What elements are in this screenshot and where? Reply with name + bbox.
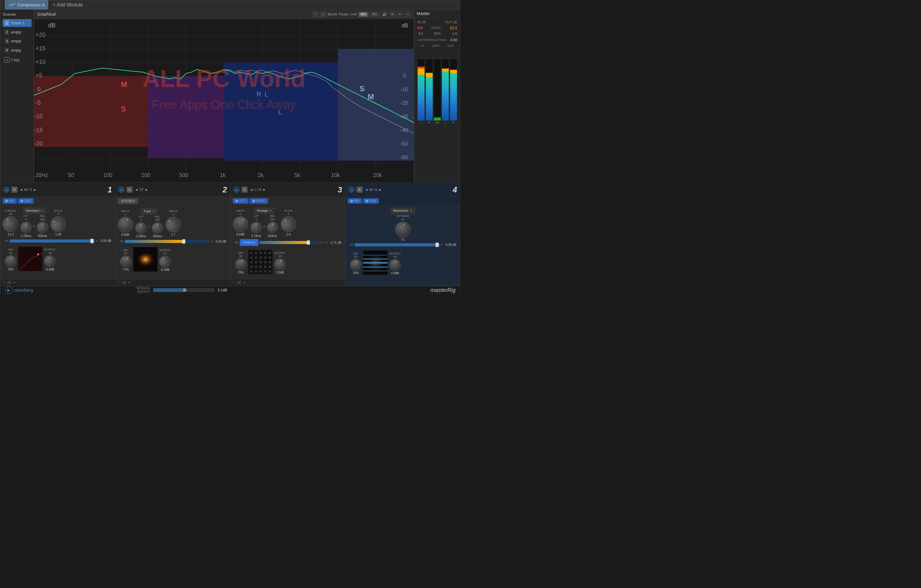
output-knob-3[interactable] xyxy=(273,257,286,271)
sc-power-1[interactable] xyxy=(3,281,6,284)
scene-item-3[interactable]: 3 empty xyxy=(3,37,32,45)
module-4-tab-mid[interactable]: MID xyxy=(348,198,362,204)
settings-icon[interactable]: ⚙ xyxy=(389,11,395,18)
output-knob-2[interactable] xyxy=(157,254,173,269)
module-3-tab-left[interactable]: LEFT xyxy=(233,198,249,204)
module-3-mode: ◄ L / R ► xyxy=(250,188,266,192)
module-4-slider[interactable] xyxy=(355,243,439,246)
module-3-tab-right[interactable]: RIGHT xyxy=(250,198,268,204)
thresh-knob-1[interactable] xyxy=(0,213,21,235)
input-val-2: 3.9dB xyxy=(121,233,129,237)
mix-knob-2[interactable] xyxy=(118,254,133,269)
att-knob-3[interactable] xyxy=(251,222,262,234)
module-1-slider[interactable] xyxy=(10,239,94,243)
mix-knob-3[interactable] xyxy=(233,257,249,272)
abs-button[interactable]: ABS xyxy=(358,12,368,17)
output-knob-1[interactable] xyxy=(43,254,57,268)
limiter-value: 0.00 xyxy=(451,38,457,42)
module-3-power[interactable]: ⏻ xyxy=(234,187,239,193)
module-2-sc-bar: SC ▼ xyxy=(115,279,230,286)
ratio-label-1: RATIO4 xyxy=(54,209,62,216)
module-2-slider[interactable] xyxy=(125,240,209,243)
rel-knob-3[interactable] xyxy=(267,222,278,234)
sc-arrow-2[interactable]: ▼ xyxy=(128,281,130,284)
sc-arrow-3[interactable]: ▼ xyxy=(243,281,246,284)
module-3-type-dropdown[interactable]: Vintage ▼ xyxy=(254,208,274,214)
vu-label-l: L xyxy=(420,121,422,124)
svg-point-105 xyxy=(255,270,257,273)
modules-area: ⏻ S ◄ M / S ► 1 MID SIDE xyxy=(0,182,460,286)
output-knob-4[interactable] xyxy=(387,257,402,272)
drive-knob-2[interactable] xyxy=(163,213,184,235)
ratio-knob-1[interactable] xyxy=(48,213,68,235)
module-2-solo[interactable]: S xyxy=(127,187,132,193)
add-module-button[interactable]: + Add Module xyxy=(53,2,83,8)
mix-knob-4[interactable] xyxy=(348,257,363,272)
module-2-output-group: OUTPUT-15 -6.3dB xyxy=(159,249,171,272)
sc-label-3: SC xyxy=(237,281,242,284)
scene-num-1: 1 xyxy=(4,20,10,26)
play-button[interactable]: ▶ xyxy=(5,286,13,294)
module-1-tab-mid[interactable]: MID xyxy=(3,198,17,204)
plus-button[interactable]: + xyxy=(320,11,326,17)
copy-button[interactable]: ⧉ Copy xyxy=(3,55,32,64)
module-2-tab-stereo[interactable]: STEREO xyxy=(118,198,138,204)
module-1-bottom: MIX50 76% xyxy=(3,244,113,274)
minus-button[interactable]: − xyxy=(312,11,318,17)
input-knob-3[interactable] xyxy=(230,213,251,235)
module-1-power[interactable]: ⏻ xyxy=(3,187,9,193)
module-4: ⏻ S ◄ M / S ► 4 MID SIDE xyxy=(345,183,460,286)
master-panel: Master IN dB OUT dB 0.9 LEVEL 11.1 -9.2 … xyxy=(414,10,460,182)
svg-rect-23 xyxy=(34,76,148,147)
sc-arrow-1[interactable]: ▼ xyxy=(13,281,15,284)
module-4-power[interactable]: ⏻ xyxy=(348,187,354,193)
meter-col-in: IN xyxy=(421,44,424,48)
scene-item-2[interactable]: 2 empty xyxy=(3,28,32,36)
svg-text:20k: 20k xyxy=(373,172,382,178)
svg-text:-10: -10 xyxy=(400,86,408,93)
compressor-tab[interactable]: Compressor A xyxy=(5,0,48,10)
input-knob-2[interactable] xyxy=(116,215,135,234)
mix-val-3: 78% xyxy=(238,271,244,274)
module-2-input-group: INPUT0 3.9dB xyxy=(118,210,133,237)
module-2-power[interactable]: ⏻ xyxy=(118,187,124,193)
svg-point-92 xyxy=(264,256,267,259)
slider-min-4: -50 xyxy=(350,243,353,246)
module-1-type-dropdown[interactable]: Standard ▼ xyxy=(23,208,46,214)
svg-point-100 xyxy=(255,265,257,268)
module-output-slider[interactable] xyxy=(153,288,215,292)
speaker-icon[interactable]: 🔊 xyxy=(382,11,388,18)
svg-text:-30: -30 xyxy=(400,113,408,120)
scene-item-4[interactable]: 4 empty xyxy=(3,46,32,54)
module-4-solo[interactable]: S xyxy=(357,187,363,193)
module-4-type-dropdown[interactable]: Maximizer ▼ xyxy=(391,208,415,214)
redo-icon[interactable]: ↪ xyxy=(405,11,411,18)
level-label: LEVEL xyxy=(431,26,441,30)
module-3-solo[interactable]: S xyxy=(242,187,247,193)
rel-button[interactable]: REL xyxy=(370,12,380,17)
svg-point-107 xyxy=(264,270,267,273)
module-2-type-dropdown[interactable]: Tube ▼ xyxy=(141,208,158,214)
steinberg-label: steinberg xyxy=(14,287,33,293)
module-3-slider[interactable] xyxy=(259,241,324,244)
scene-item-1[interactable]: 1 Scene 1 xyxy=(3,19,32,27)
att-knob-2[interactable] xyxy=(135,222,147,234)
module-4-bottom: MIX50 75% xyxy=(348,248,458,277)
sc-label-2: SC xyxy=(122,281,127,284)
module-1-tab-side[interactable]: SIDE xyxy=(18,198,34,204)
ratio-val-3: 2.0 xyxy=(286,233,290,236)
punch-button[interactable]: PUNCH xyxy=(240,239,258,246)
rel-knob-1[interactable] xyxy=(37,222,49,234)
att-knob-1[interactable] xyxy=(20,222,32,234)
ratio-knob-3[interactable] xyxy=(278,213,299,235)
rel-knob-2[interactable] xyxy=(152,222,163,234)
optimize-val-4: 71 xyxy=(401,238,404,242)
module-4-tab-side[interactable]: SIDE xyxy=(363,198,379,204)
undo-icon[interactable]: ↩ xyxy=(397,11,403,18)
scene-num-2: 2 xyxy=(4,29,10,35)
module-1-solo[interactable]: S xyxy=(12,187,18,193)
sc-power-2[interactable] xyxy=(118,281,121,284)
optimize-knob-4[interactable] xyxy=(393,220,412,239)
mix-knob-1[interactable] xyxy=(3,254,18,268)
sc-power-3[interactable] xyxy=(233,281,236,284)
